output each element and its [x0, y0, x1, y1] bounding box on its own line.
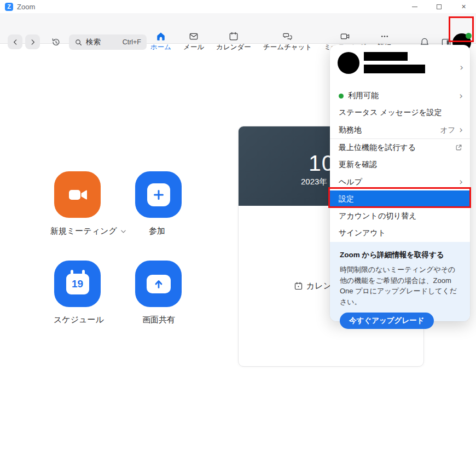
zoom-app-window: Z Zoom × 検索 Ctrl+F — [0, 0, 476, 451]
close-button[interactable]: × — [451, 0, 476, 13]
new-meeting-video-icon — [65, 182, 91, 208]
add-calendar-link-text: カレン — [306, 281, 332, 291]
forward-button[interactable] — [25, 34, 40, 49]
minimize-icon — [412, 7, 417, 7]
chevron-left-icon — [11, 38, 19, 46]
available-status-dot-icon — [339, 94, 344, 99]
search-shortcut: Ctrl+F — [123, 38, 141, 46]
join-label: 参加 — [149, 226, 165, 236]
upgrade-promo-section: Zoom から詳細情報を取得する 時間制限のないミーティングやその他の機能をご希… — [330, 242, 470, 321]
menu-item-check-updates[interactable]: 更新を確認 — [330, 157, 470, 174]
schedule-label-row: スケジュール — [54, 315, 104, 325]
search-placeholder: 検索 — [86, 37, 101, 47]
share-screen-label: 画面共有 — [142, 315, 175, 325]
menu-item-try-top-features[interactable]: 最上位機能を試行する — [330, 139, 470, 156]
minimize-button[interactable] — [402, 0, 427, 13]
upgrade-promo-title: Zoom から詳細情報を取得する — [340, 250, 460, 260]
share-screen-arrow-icon — [147, 275, 171, 293]
menu-item-status[interactable]: 利用可能 › — [330, 88, 470, 105]
tab-team-chat[interactable]: チームチャット — [262, 31, 314, 52]
tab-mail-label: メール — [183, 43, 204, 52]
redacted-user-name — [364, 52, 425, 73]
chevron-right-icon: › — [459, 177, 463, 187]
check-updates-label: 更新を確認 — [339, 160, 377, 170]
status-label: 利用可能 — [348, 91, 379, 101]
video-camera-icon — [339, 31, 351, 42]
sign-out-label: サインアウト — [339, 228, 386, 238]
maximize-button[interactable] — [427, 0, 451, 13]
schedule-button[interactable]: 19 — [54, 261, 101, 307]
profile-menu-item[interactable]: › — [330, 45, 470, 83]
card-date-text: 2023年 — [301, 177, 327, 187]
chevron-down-icon[interactable] — [120, 229, 126, 234]
zoom-logo-icon: Z — [5, 3, 13, 11]
tab-calendar[interactable]: カレンダー — [214, 31, 253, 52]
tab-calendar-label: カレンダー — [216, 43, 251, 52]
menu-item-set-status-message[interactable]: ステータス メッセージを設定 — [330, 105, 470, 122]
try-top-features-label: 最上位機能を試行する — [339, 143, 416, 153]
chevron-right-icon: › — [459, 91, 463, 101]
schedule-calendar-icon: 19 — [66, 274, 89, 294]
share-screen-button[interactable] — [135, 261, 182, 307]
workplace-value: オフ — [440, 125, 456, 135]
close-icon: × — [461, 2, 466, 11]
upgrade-promo-description: 時間制限のないミーティングやその他の機能をご希望の場合は、Zoom One プロ… — [340, 264, 458, 307]
menu-item-settings[interactable]: 設定 — [330, 190, 470, 207]
new-meeting-button[interactable] — [54, 171, 101, 218]
search-input[interactable]: 検索 Ctrl+F — [69, 34, 147, 50]
profile-dropdown-menu: › 利用可能 › ステータス メッセージを設定 勤務地 オフ › 最上位機能を試… — [330, 45, 470, 321]
add-calendar-link[interactable]: カレン — [294, 281, 332, 291]
main-toolbar: 検索 Ctrl+F ホーム メール カレンダー チームチャット ミーテ — [0, 13, 476, 44]
calendar-small-icon — [294, 281, 303, 291]
menu-item-workplace[interactable]: 勤務地 オフ › — [330, 122, 470, 138]
workplace-label: 勤務地 — [339, 125, 362, 135]
chevron-right-icon: › — [460, 63, 463, 72]
switch-account-label: アカウントの切り替え — [339, 211, 417, 221]
join-label-row: 参加 — [149, 226, 165, 236]
window-title: Zoom — [17, 3, 35, 11]
mail-icon — [188, 31, 199, 42]
set-status-message-label: ステータス メッセージを設定 — [339, 108, 442, 118]
external-link-icon — [455, 143, 463, 152]
maximize-icon — [437, 4, 442, 9]
title-bar: Z Zoom × — [0, 0, 476, 13]
join-button[interactable] — [135, 171, 182, 218]
chevron-right-icon — [29, 38, 37, 46]
new-meeting-label: 新規ミーティング — [50, 226, 117, 236]
schedule-day-number: 19 — [72, 278, 83, 290]
join-plus-icon — [147, 183, 170, 206]
presence-dot-icon — [466, 33, 472, 39]
chevron-right-icon: › — [459, 125, 463, 135]
tab-team-chat-label: チームチャット — [263, 43, 312, 52]
help-label: ヘルプ — [339, 177, 362, 187]
history-button[interactable] — [48, 34, 63, 49]
menu-item-switch-account[interactable]: アカウントの切り替え — [330, 207, 470, 224]
new-meeting-label-row: 新規ミーティング — [50, 226, 126, 236]
search-icon — [74, 38, 83, 47]
settings-label: 設定 — [339, 194, 354, 204]
tab-home[interactable]: ホーム — [149, 31, 173, 52]
calendar-icon — [228, 31, 239, 42]
chat-icon — [282, 31, 293, 42]
upgrade-now-button[interactable]: 今すぐアップグレード — [340, 313, 434, 329]
share-screen-label-row: 画面共有 — [142, 315, 175, 325]
history-icon — [50, 37, 61, 48]
menu-item-sign-out[interactable]: サインアウト — [330, 225, 470, 242]
menu-item-help[interactable]: ヘルプ › — [330, 174, 470, 190]
tab-mail[interactable]: メール — [182, 31, 206, 52]
home-icon — [155, 31, 166, 42]
more-dots-icon — [379, 31, 390, 42]
menu-avatar — [338, 52, 359, 74]
back-button[interactable] — [8, 34, 22, 49]
tab-home-label: ホーム — [150, 43, 171, 52]
schedule-label: スケジュール — [54, 315, 104, 325]
